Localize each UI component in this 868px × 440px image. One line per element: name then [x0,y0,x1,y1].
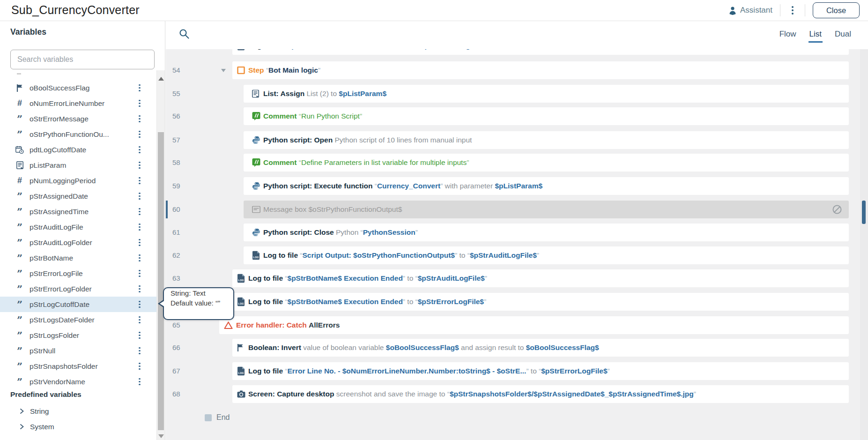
variable-item[interactable]: ”pStrNull [0,343,156,358]
action-row-68[interactable]: 68Screen: Capture desktop screenshot and… [166,385,868,403]
variable-item[interactable]: pdtLogCutoffDate [0,142,156,157]
variable-kebab-menu-icon[interactable] [135,330,144,341]
sidebar-scrollbar-thumb[interactable] [158,132,164,430]
action-card[interactable]: Python script: Execute function “Currenc… [244,177,849,195]
action-row-66[interactable]: 66Boolean: Invert value of boolean varia… [166,339,868,357]
action-card[interactable]: LOGLog to file “Error Line No. - $oNumEr… [232,362,849,380]
action-text-segment: to [459,251,467,259]
action-row-56[interactable]: 56Comment “Run Python Script” [166,107,868,125]
variable-item[interactable]: ”pStrVendorName [0,374,156,389]
variable-kebab-menu-icon[interactable] [135,253,144,264]
variable-kebab-menu-icon[interactable] [135,206,144,217]
variable-item[interactable]: ”pStrErrorLogFolder [0,281,156,297]
variable-kebab-menu-icon[interactable] [135,191,144,202]
action-text-segment: ” [694,390,696,398]
python-icon [252,228,260,237]
more-options-kebab-icon[interactable] [788,4,797,16]
variable-item[interactable]: #pNumLoggingPeriod [0,173,156,188]
action-text-segment: Python script: Open [263,136,334,144]
collapse-chevron-icon[interactable] [221,69,226,72]
close-button[interactable]: Close [813,2,860,18]
action-card[interactable]: Python script: Open Python script of 10 … [244,131,849,149]
action-row-64[interactable]: 64LOGLog to file “$pStrBotName$ Executio… [166,293,868,311]
variable-name: pStrSnapshotsFolder [30,362,98,371]
action-row-55[interactable]: 55List: Assign List (2) to $pListParam$ [166,85,868,103]
variable-item[interactable]: ”pStrSnapshotsFolder [0,358,156,374]
variable-kebab-menu-icon[interactable] [135,144,144,156]
variable-item[interactable]: ”pStrAssignedDate [0,188,156,204]
variable-item[interactable]: oBoolSuccessFlag [0,80,156,96]
action-row-54[interactable]: 54Step “Bot Main logic” [166,61,868,79]
action-card[interactable]: LOGLog to file “$pStrBotName$ Execution … [232,49,849,55]
scroll-down-arrow-icon[interactable] [158,434,164,438]
action-card[interactable]: Screen: Capture desktop screenshot and s… [232,385,849,403]
variable-item[interactable]: ”pStrAuditLogFile [0,219,156,235]
action-text-segment: Step [248,66,266,74]
predefined-group-string[interactable]: String [0,403,156,419]
main-scrollbar-thumb[interactable] [862,201,866,224]
variable-name: pStrBotName [30,254,73,262]
action-card[interactable]: LOGLog to file “Script Output: $oStrPyth… [244,246,849,264]
search-variables-input[interactable] [10,50,155,69]
variable-kebab-menu-icon[interactable] [135,237,144,248]
action-card[interactable]: Comment “Define Parameters in list varia… [244,154,849,172]
action-row-61[interactable]: 61Python script: Close Python “PythonSes… [166,224,868,241]
variable-item[interactable]: #oNumErrorLineNumber [0,96,156,111]
variable-kebab-menu-icon[interactable] [135,314,144,326]
tab-flow[interactable]: Flow [779,30,796,43]
action-card[interactable]: LOGLog to file “$pStrBotName$ Execution … [232,269,849,287]
variable-item[interactable]: pListParam [0,157,156,173]
predefined-group-system[interactable]: System [0,419,156,434]
action-card[interactable]: List: Assign List (2) to $pListParam$ [244,85,849,103]
action-row-65[interactable]: 65Error handler: Catch AllErrors [166,316,868,334]
action-row-57[interactable]: 57Python script: Open Python script of 1… [166,131,868,149]
action-text-segment: to [410,49,418,50]
action-card[interactable]: Boolean: Invert value of boolean variabl… [232,339,849,357]
variable-kebab-menu-icon[interactable] [135,376,144,388]
action-card[interactable]: Error handler: Catch AllErrors [219,316,849,334]
action-row-59[interactable]: 59Python script: Execute function “Curre… [166,177,868,195]
variable-item[interactable]: ”pStrLogsFolder [0,328,156,343]
search-icon[interactable] [179,29,190,41]
variable-kebab-menu-icon[interactable] [135,268,144,279]
action-card[interactable]: LOGLog to file “$pStrBotName$ Execution … [232,293,849,311]
scroll-up-arrow-icon[interactable] [158,77,164,81]
tab-dual[interactable]: Dual [835,30,851,43]
variable-kebab-menu-icon[interactable] [135,175,144,186]
variable-kebab-menu-icon[interactable] [135,129,144,140]
variable-kebab-menu-icon[interactable] [135,160,144,171]
variable-kebab-menu-icon[interactable] [135,345,144,357]
action-card[interactable]: Step “Bot Main logic” [232,61,849,79]
action-row-62[interactable]: 62LOGLog to file “Script Output: $oStrPy… [166,246,868,264]
action-card[interactable]: Python script: Close Python “PythonSessi… [244,224,849,241]
string-quotes-icon: ” [14,286,25,292]
variable-item[interactable]: ”oStrPythonFunctionOu... [0,127,156,142]
variable-kebab-menu-icon[interactable] [135,82,144,94]
variable-kebab-menu-icon[interactable] [135,299,144,310]
variable-item[interactable]: ”pStrErrorLogFile [0,266,156,281]
action-row-60[interactable]: 60Message box $oStrPythonFunctionOutput$ [166,201,868,218]
variable-item[interactable]: ”oStrErrorMessage [0,111,156,127]
variable-item[interactable]: ”pStrBotName [0,250,156,266]
action-row-63[interactable]: 63LOGLog to file “$pStrBotName$ Executio… [166,269,868,287]
action-card[interactable]: Message box $oStrPythonFunctionOutput$ [244,201,849,218]
variable-kebab-menu-icon[interactable] [135,283,144,295]
variable-kebab-menu-icon[interactable] [135,361,144,372]
variable-kebab-menu-icon[interactable] [135,113,144,125]
variable-item[interactable]: ”pStrAssignedTime [0,204,156,219]
action-row-clipped[interactable]: LOGLog to file “$pStrBotName$ Execution … [166,49,868,55]
variable-kebab-menu-icon[interactable] [135,98,144,109]
action-text-segment: Define Parameters in list variable for m… [301,158,467,166]
assistant-button[interactable]: Assistant [729,6,772,15]
action-row-58[interactable]: 58Comment “Define Parameters in list var… [166,154,868,172]
action-card[interactable]: Comment “Run Python Script” [244,107,849,125]
action-text: Step “Bot Main logic” [248,61,843,79]
variable-kebab-menu-icon[interactable] [135,222,144,233]
bot-editor-window: Sub_CurrencyConverter Assistant Close Va… [0,0,868,440]
variable-item[interactable]: ”pStrLogCutoffDate [0,297,156,312]
action-row-67[interactable]: 67LOGLog to file “Error Line No. - $oNum… [166,362,868,380]
variable-item[interactable]: ”pStrAuditLogFolder [0,235,156,250]
variable-item[interactable]: ”pStrLogsDateFolder [0,312,156,328]
tab-list[interactable]: List [809,30,822,43]
line-number: 63 [172,269,180,287]
